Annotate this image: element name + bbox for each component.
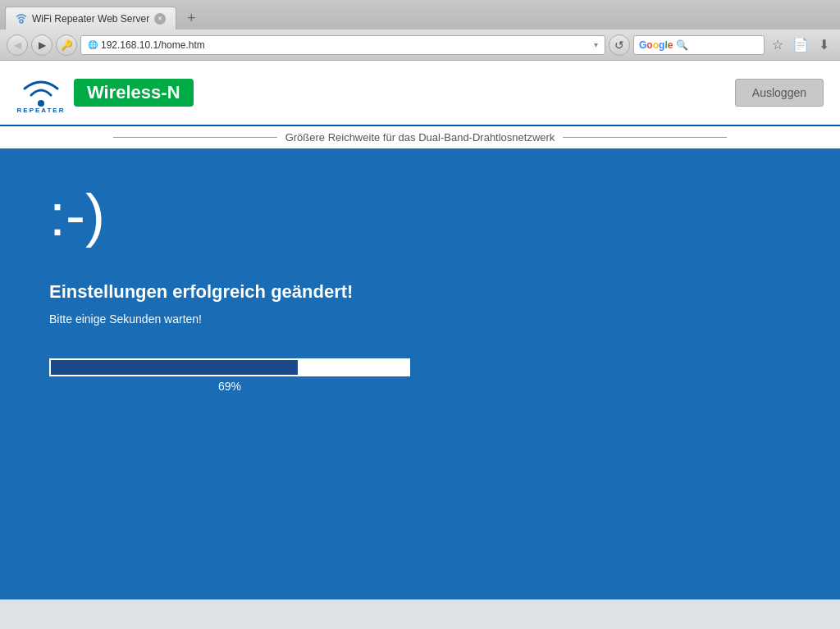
subtitle-bar: Größere Reichweite für das Dual-Band-Dra…: [0, 126, 840, 148]
svg-point-1: [38, 100, 44, 107]
address-globe-icon: 🌐: [88, 40, 98, 49]
ausloggen-button[interactable]: Ausloggen: [735, 79, 824, 107]
address-dropdown-icon: ▾: [594, 40, 598, 49]
address-text: 192.168.10.1/home.htm: [101, 39, 205, 51]
nav-extras: ☆ 📄 ⬇: [768, 35, 833, 55]
logo-repeater-text: REPEATER: [17, 107, 66, 114]
reload-button[interactable]: ↺: [609, 34, 630, 56]
tab-favicon: [16, 13, 27, 25]
subtitle-line-right: [563, 137, 727, 138]
smiley-face: :-): [49, 181, 105, 248]
subtitle-text: Größere Reichweite für das Dual-Band-Dra…: [285, 131, 555, 144]
page-content: WI·FI REPEATER Wireless-N Ausloggen Größ…: [0, 61, 840, 599]
tab-title: WiFi Repeater Web Server: [32, 13, 149, 25]
key-button[interactable]: 🔑: [56, 34, 77, 56]
wifi-logo: WI·FI REPEATER: [16, 72, 66, 114]
subtitle-line-left: [113, 137, 277, 138]
new-tab-button[interactable]: +: [180, 7, 203, 30]
progress-fill: [51, 360, 298, 375]
main-content-area: :-) Einstellungen erfolgreich geändert! …: [0, 148, 840, 599]
nav-bar: ◀ ▶ 🔑 🌐 192.168.10.1/home.htm ▾ ↺ Google…: [0, 30, 840, 61]
browser-chrome: WiFi Repeater Web Server × + ◀ ▶ 🔑 🌐 192…: [0, 0, 840, 61]
forward-button[interactable]: ▶: [31, 34, 52, 56]
search-bar[interactable]: Google 🔍: [633, 35, 765, 55]
success-title: Einstellungen erfolgreich geändert!: [49, 281, 353, 303]
google-logo: Google: [639, 39, 673, 51]
tab-close-button[interactable]: ×: [154, 13, 166, 25]
wait-text: Bitte einige Sekunden warten!: [49, 312, 202, 326]
tab-bar: WiFi Repeater Web Server × +: [0, 0, 840, 30]
address-bar[interactable]: 🌐 192.168.10.1/home.htm ▾: [80, 35, 605, 55]
wireless-n-badge: Wireless-N: [74, 79, 194, 107]
logo-area: WI·FI REPEATER Wireless-N: [16, 72, 194, 114]
download-button[interactable]: ⬇: [814, 35, 833, 55]
search-icon: 🔍: [676, 39, 688, 51]
progress-label: 69%: [49, 380, 410, 393]
back-button[interactable]: ◀: [7, 34, 28, 56]
header-bar: WI·FI REPEATER Wireless-N Ausloggen: [0, 61, 840, 126]
progress-container: 69%: [49, 358, 410, 393]
progress-empty: [298, 360, 409, 375]
active-tab[interactable]: WiFi Repeater Web Server ×: [5, 7, 176, 30]
svg-point-0: [20, 20, 23, 23]
bookmark-star-button[interactable]: ☆: [768, 35, 788, 55]
page-header: WI·FI REPEATER Wireless-N Ausloggen Größ…: [0, 61, 840, 148]
page-button[interactable]: 📄: [791, 35, 810, 55]
progress-bar: [49, 358, 410, 376]
